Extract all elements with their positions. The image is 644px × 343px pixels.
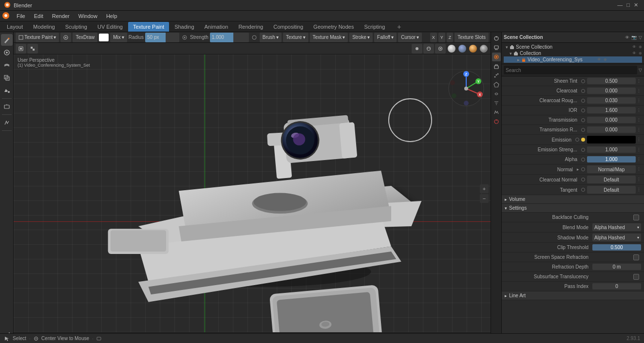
sheen-tint-socket[interactable]	[581, 79, 585, 83]
prop-icon-scene[interactable]	[492, 34, 501, 43]
win-close[interactable]: ✕	[634, 2, 638, 8]
clearcoat-roughness-value[interactable]: 0.030	[587, 97, 636, 104]
prop-icon-material[interactable]	[492, 53, 501, 61]
tool-mask[interactable]	[1, 101, 13, 112]
tab-geometry-nodes[interactable]: Geometry Nodes	[308, 22, 359, 32]
tool-smear[interactable]	[1, 59, 13, 71]
emission-socket[interactable]	[575, 138, 579, 142]
section-volume[interactable]: ▸ Volume	[502, 195, 644, 204]
clearcoat-socket[interactable]	[581, 89, 585, 93]
clearcoat-normal-value[interactable]: Default	[587, 176, 636, 183]
emission-strength-value[interactable]: 1.000	[587, 146, 636, 153]
scene-collection-row[interactable]: ▾ Scene Collection 👁 ⊕	[504, 44, 642, 50]
transmission-menu[interactable]: ⋮	[637, 118, 641, 123]
prop-icon-physics[interactable]	[492, 80, 501, 89]
menu-window[interactable]: Window	[75, 12, 101, 20]
tab-rendering[interactable]: Rendering	[233, 22, 268, 32]
collection-row[interactable]: ▾ Collection 👁 ⊕	[510, 50, 642, 56]
backface-culling-checkbox[interactable]	[633, 215, 639, 220]
win-maximize[interactable]: □	[626, 2, 630, 8]
sub-mode-icon[interactable]	[16, 44, 26, 54]
backface-culling-check[interactable]	[592, 215, 641, 220]
normal-socket[interactable]	[581, 167, 585, 171]
ssr-check[interactable]	[592, 254, 641, 260]
transmission-roughness-socket[interactable]	[581, 128, 585, 132]
tab-layout[interactable]: Layout	[2, 22, 28, 32]
vp-zoom-out[interactable]: −	[480, 194, 489, 203]
tool-draw[interactable]	[1, 34, 13, 46]
tab-sculpting[interactable]: Sculpting	[60, 22, 92, 32]
emission-strength-socket[interactable]	[581, 148, 585, 152]
symmetry-y[interactable]: Y	[438, 33, 445, 42]
tab-add[interactable]: +	[392, 22, 406, 32]
texture-btn[interactable]: Texture▾	[283, 33, 308, 42]
prop-filter-btn[interactable]: ▽	[639, 68, 642, 72]
tab-compositing[interactable]: Compositing	[268, 22, 308, 32]
view-solid-btn[interactable]	[423, 44, 434, 54]
alpha-value[interactable]: 1.000	[587, 156, 636, 162]
emission-menu[interactable]: ⋮	[637, 137, 641, 142]
shadow-mode-dropdown[interactable]: Alpha Hashed ▾	[592, 234, 641, 241]
tab-shading[interactable]: Shading	[170, 22, 199, 32]
falloff-btn[interactable]: Falloff▾	[374, 33, 397, 42]
prop-view-icon[interactable]: 👁	[625, 35, 629, 40]
tangent-value[interactable]: Default	[587, 186, 636, 194]
prop-search-input[interactable]	[504, 66, 637, 74]
prop-icon-data[interactable]	[492, 108, 501, 117]
menu-file[interactable]: File	[13, 12, 29, 20]
radius-toggle[interactable]	[181, 34, 189, 41]
pass-index-value[interactable]: 0	[592, 283, 641, 289]
ssr-checkbox[interactable]	[633, 254, 639, 260]
active-tool-selector[interactable]	[60, 33, 71, 42]
blend-mode-selector[interactable]: Mix ▾	[110, 33, 127, 42]
tool-clone[interactable]	[1, 72, 13, 84]
prop-icon-modifiers[interactable]	[492, 99, 501, 108]
clearcoat-roughness-menu[interactable]: ⋮	[637, 98, 641, 103]
vp-zoom-in[interactable]: +	[480, 184, 489, 193]
alpha-menu[interactable]: ⋮	[637, 157, 641, 162]
radius-slider[interactable]: 50 px	[145, 33, 179, 42]
ior-value[interactable]: 1.600	[587, 107, 636, 113]
tab-uv-editing[interactable]: UV Editing	[93, 22, 128, 32]
clearcoat-value[interactable]: 0.000	[587, 88, 636, 94]
sheen-tint-menu[interactable]: ⋮	[637, 79, 641, 84]
win-minimize[interactable]: —	[617, 2, 623, 8]
navigation-gizmo[interactable]: Z Y X	[447, 69, 486, 108]
transmission-value[interactable]: 0.000	[587, 117, 636, 123]
viewport-shading-rendered[interactable]	[469, 45, 477, 53]
normal-menu[interactable]: ⋮	[637, 167, 641, 172]
prop-icon-constraints[interactable]	[492, 90, 501, 98]
brush-name-btn[interactable]: TexDraw	[73, 33, 97, 42]
clip-threshold-value[interactable]: 0.500	[592, 244, 641, 251]
sst-check[interactable]	[592, 274, 641, 280]
strength-slider[interactable]: 1.000	[210, 33, 249, 42]
tab-scripting[interactable]: Scripting	[359, 22, 390, 32]
view-render-btn[interactable]	[412, 44, 422, 54]
sub-mode-btn[interactable]	[27, 44, 38, 54]
clearcoat-normal-menu[interactable]: ⋮	[637, 177, 641, 182]
menu-edit[interactable]: Edit	[30, 12, 47, 20]
transmission-roughness-value[interactable]: 0.000	[587, 126, 636, 133]
mode-selector[interactable]: Texture Paint ▾	[16, 33, 59, 42]
sheen-tint-value[interactable]: 0.500	[587, 78, 636, 84]
menu-render[interactable]: Render	[48, 12, 74, 20]
tab-animation[interactable]: Animation	[200, 22, 233, 32]
blend-mode-dropdown[interactable]: Alpha Hashed ▾	[592, 223, 641, 231]
section-settings[interactable]: ▾ Settings	[502, 204, 644, 213]
emission-strength-menu[interactable]: ⋮	[637, 147, 641, 152]
transmission-roughness-menu[interactable]: ⋮	[637, 127, 641, 132]
prop-icon-render[interactable]	[492, 43, 501, 52]
prop-camera-icon[interactable]: 📷	[631, 35, 637, 40]
tab-texture-paint[interactable]: Texture Paint	[128, 22, 169, 32]
cursor-btn[interactable]: Cursor▾	[398, 33, 422, 42]
refraction-depth-value[interactable]: 0 m	[592, 264, 641, 270]
texture-slots-btn[interactable]: Texture Slots	[455, 33, 489, 42]
clearcoat-roughness-socket[interactable]	[581, 99, 585, 103]
sst-checkbox[interactable]	[633, 274, 639, 280]
normal-value[interactable]: Normal/Map	[587, 165, 636, 173]
symmetry-x[interactable]: X	[430, 33, 437, 42]
tab-modeling[interactable]: Modeling	[28, 22, 60, 32]
ior-menu[interactable]: ⋮	[637, 108, 641, 113]
viewport-shading-solid[interactable]	[448, 45, 455, 53]
alpha-socket[interactable]	[581, 158, 585, 162]
